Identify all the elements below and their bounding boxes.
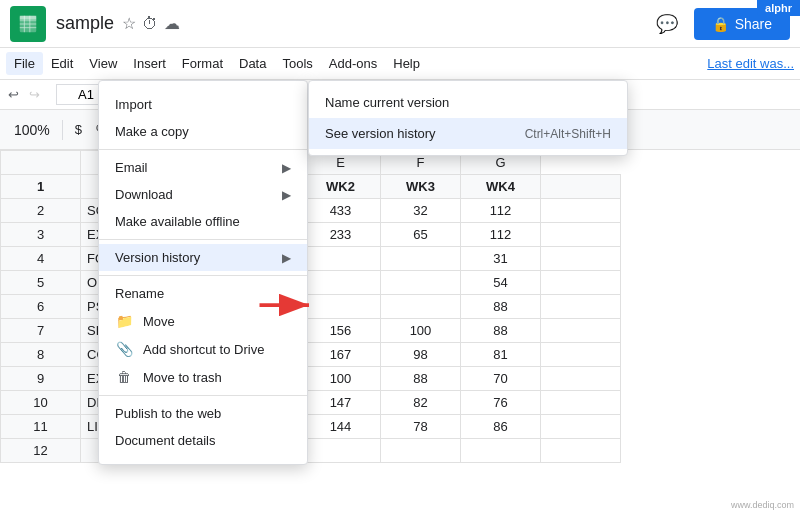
menu-addons[interactable]: Add-ons [321,52,385,75]
table-cell[interactable]: 156 [301,319,381,343]
table-cell[interactable]: 98 [381,343,461,367]
file-add-shortcut[interactable]: 📎 Add shortcut to Drive [99,335,307,363]
table-cell[interactable] [381,439,461,463]
table-cell[interactable] [541,343,621,367]
version-history-arrow: ▶ [282,251,291,265]
menu-insert[interactable]: Insert [125,52,174,75]
table-cell[interactable]: 144 [301,415,381,439]
table-cell[interactable] [541,415,621,439]
see-version-label: See version history [325,126,436,141]
row-number: 11 [1,415,81,439]
table-cell[interactable] [541,223,621,247]
publish-label: Publish to the web [115,406,221,421]
menu-help[interactable]: Help [385,52,428,75]
table-cell[interactable]: 100 [381,319,461,343]
star-icon[interactable]: ☆ [122,14,136,33]
file-trash[interactable]: 🗑 Move to trash [99,363,307,391]
import-label: Import [115,97,152,112]
file-download[interactable]: Download ▶ [99,181,307,208]
table-cell[interactable] [541,367,621,391]
table-cell[interactable] [381,247,461,271]
table-cell[interactable] [541,271,621,295]
table-cell[interactable]: 112 [461,199,541,223]
row-number: 10 [1,391,81,415]
file-version-history[interactable]: Version history ▶ [99,244,307,271]
table-cell[interactable]: 32 [381,199,461,223]
zoom-btn[interactable]: 100% [8,118,56,142]
table-row: 3EX12223365112 [1,223,621,247]
file-doc-details[interactable]: Document details [99,427,307,454]
table-cell[interactable]: 82 [381,391,461,415]
file-make-copy[interactable]: Make a copy [99,118,307,145]
table-cell[interactable] [461,439,541,463]
cloud-icon[interactable]: ☁ [164,14,180,33]
table-cell[interactable] [541,391,621,415]
history-icon[interactable]: ⏱ [142,15,158,33]
table-row: 12 [1,439,621,463]
table-cell[interactable]: 31 [461,247,541,271]
table-cell[interactable]: 112 [461,223,541,247]
row-number: 2 [1,199,81,223]
table-row: 4FO31 [1,247,621,271]
alphr-badge: alphr [757,0,800,16]
table-cell[interactable] [541,439,621,463]
table-cell[interactable]: 100 [301,367,381,391]
menu-file[interactable]: File [6,52,43,75]
file-import[interactable]: Import [99,91,307,118]
table-cell[interactable]: 65 [381,223,461,247]
move-icon: 📁 [115,313,133,329]
file-offline[interactable]: Make available offline [99,208,307,235]
table-cell[interactable] [301,247,381,271]
menu-tools[interactable]: Tools [274,52,320,75]
currency-btn[interactable]: $ [69,118,88,141]
table-cell[interactable]: 233 [301,223,381,247]
move-label: Move [143,314,175,329]
name-current-version[interactable]: Name current version [309,87,627,118]
table-cell[interactable]: 78 [381,415,461,439]
table-cell[interactable] [541,247,621,271]
menu-format[interactable]: Format [174,52,231,75]
table-cell[interactable]: WK4 [461,175,541,199]
table-cell[interactable]: 433 [301,199,381,223]
last-edit-link[interactable]: Last edit was... [707,56,794,71]
file-email[interactable]: Email ▶ [99,154,307,181]
table-cell[interactable] [301,439,381,463]
table-cell[interactable]: WK2 [301,175,381,199]
row-number: 4 [1,247,81,271]
table-cell[interactable]: 81 [461,343,541,367]
table-cell[interactable]: 70 [461,367,541,391]
table-cell[interactable]: 88 [461,295,541,319]
table-cell[interactable]: WK3 [381,175,461,199]
table-cell[interactable]: 54 [461,271,541,295]
table-cell[interactable] [541,199,621,223]
table-cell[interactable]: 147 [301,391,381,415]
table-cell[interactable] [541,175,621,199]
row-number: 5 [1,271,81,295]
add-shortcut-label: Add shortcut to Drive [143,342,264,357]
table-cell[interactable]: 86 [461,415,541,439]
menu-edit[interactable]: Edit [43,52,81,75]
row-number: 8 [1,343,81,367]
menu-view[interactable]: View [81,52,125,75]
file-publish[interactable]: Publish to the web [99,400,307,427]
row-number: 6 [1,295,81,319]
table-cell[interactable]: 88 [381,367,461,391]
table-row: 7SH9815610088 [1,319,621,343]
table-cell[interactable]: 88 [461,319,541,343]
doc-details-label: Document details [115,433,215,448]
undo-button[interactable]: ↩ [8,87,19,102]
table-cell[interactable]: 76 [461,391,541,415]
menu-data[interactable]: Data [231,52,274,75]
comment-button[interactable]: 💬 [650,7,684,41]
sep1 [62,120,63,140]
table-cell[interactable] [541,319,621,343]
menu-bar: File Edit View Insert Format Data Tools … [0,48,800,80]
table-cell[interactable] [381,271,461,295]
see-version-history[interactable]: See version history Ctrl+Alt+Shift+H [309,118,627,149]
table-cell[interactable] [541,295,621,319]
redo-button[interactable]: ↪ [29,87,40,102]
doc-title: sample [56,13,114,34]
table-cell[interactable]: 167 [301,343,381,367]
table-row: 11LI731447886 [1,415,621,439]
table-cell[interactable] [381,295,461,319]
